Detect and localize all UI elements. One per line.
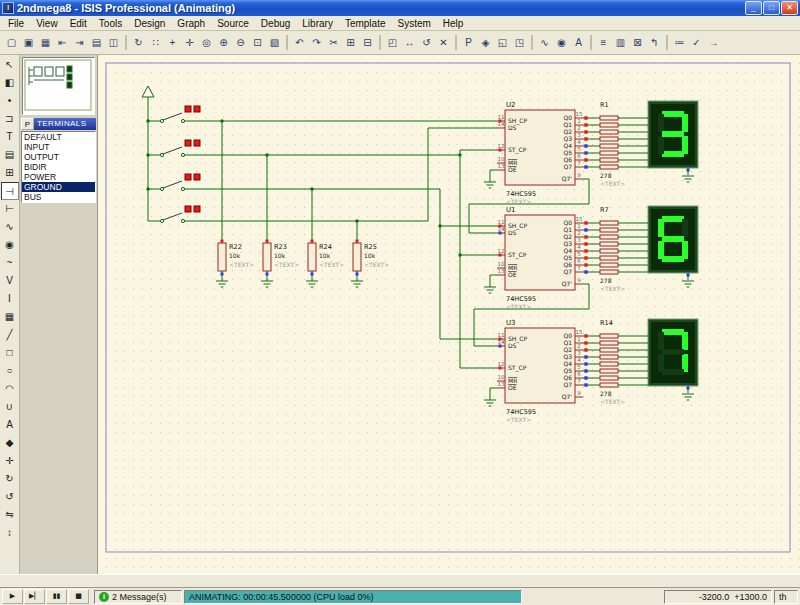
menu-item[interactable]: Graph (171, 18, 211, 29)
play-button[interactable]: ▶ (2, 589, 23, 604)
resistor-network-r14[interactable]: R14278<TEXT> (583, 319, 648, 405)
menu-item[interactable]: Tools (93, 18, 128, 29)
box-2d-icon[interactable]: □ (1, 344, 19, 362)
stop-button[interactable]: ■ (68, 589, 89, 604)
terminal-mode-icon[interactable]: ⊣ (1, 182, 19, 200)
wire-autorouter-icon[interactable]: ∿ (536, 34, 553, 51)
title-bar[interactable]: I 2ndmega8 - ISIS Professional (Animatin… (0, 0, 800, 16)
menu-item[interactable]: Design (128, 18, 171, 29)
graph-mode-icon[interactable]: ∿ (1, 218, 19, 236)
bill-of-materials-icon[interactable]: ≔ (671, 34, 688, 51)
interactive-switch-3[interactable] (160, 174, 200, 191)
resistor-r22[interactable]: R2210k<TEXT> (216, 121, 254, 287)
mirror-y-icon[interactable]: ↕ (1, 524, 19, 542)
wire-label-mode-icon[interactable]: ⊐ (1, 110, 19, 128)
resistor-r25[interactable]: R2510k<TEXT> (351, 221, 389, 287)
step-button[interactable]: ▶▏ (24, 589, 45, 604)
mark-output-area-icon[interactable]: ◫ (105, 34, 122, 51)
design-explorer-icon[interactable]: ≡ (595, 34, 612, 51)
rotate-cw-icon[interactable]: ↻ (1, 470, 19, 488)
new-sheet-icon[interactable]: ▥ (612, 34, 629, 51)
pick-button[interactable]: P (21, 118, 34, 130)
cut-icon[interactable]: ✂ (325, 34, 342, 51)
line-2d-icon[interactable]: ╱ (1, 326, 19, 344)
mirror-x-icon[interactable]: ⇋ (1, 506, 19, 524)
arc-2d-icon[interactable]: ◠ (1, 380, 19, 398)
grid-toggle-icon[interactable]: ∷ (147, 34, 164, 51)
selection-mode-icon[interactable]: ↖ (1, 56, 19, 74)
pause-button[interactable]: ▮▮ (46, 589, 67, 604)
open-folder-icon[interactable]: ▣ (20, 34, 37, 51)
zoom-area-icon[interactable]: ▧ (266, 34, 283, 51)
block-rotate-icon[interactable]: ↺ (418, 34, 435, 51)
origin-icon[interactable]: + (164, 34, 181, 51)
circle-2d-icon[interactable]: ○ (1, 362, 19, 380)
minimize-button[interactable]: _ (745, 1, 762, 15)
terminal-type-item[interactable]: BUS (22, 192, 95, 202)
menu-item[interactable]: Edit (64, 18, 93, 29)
message-box[interactable]: i 2 Message(s) (94, 590, 182, 604)
cursor-icon[interactable]: ✛ (181, 34, 198, 51)
terminal-type-item[interactable]: INPUT (22, 142, 95, 152)
junction-mode-icon[interactable]: • (1, 92, 19, 110)
terminal-type-item[interactable]: DEFAULT (22, 132, 95, 142)
zoom-in-icon[interactable]: ⊕ (215, 34, 232, 51)
zoom-out-icon[interactable]: ⊖ (232, 34, 249, 51)
print-icon[interactable]: ▤ (88, 34, 105, 51)
voltage-probe-mode-icon[interactable]: V (1, 272, 19, 290)
terminal-type-item[interactable]: GROUND (22, 182, 95, 192)
make-device-icon[interactable]: ◈ (477, 34, 494, 51)
block-delete-icon[interactable]: ✕ (435, 34, 452, 51)
decompose-icon[interactable]: ◳ (511, 34, 528, 51)
resistor-network-r1[interactable]: R1278<TEXT> (583, 101, 648, 187)
current-probe-mode-icon[interactable]: I (1, 290, 19, 308)
schematic-canvas[interactable]: R2210k<TEXT>R2310k<TEXT>R2410k<TEXT>R251… (98, 55, 800, 574)
seven-seg-display-1[interactable] (648, 101, 698, 182)
goto-sheet-icon[interactable]: ↰ (646, 34, 663, 51)
interactive-switch-4[interactable] (160, 206, 200, 223)
rotate-ccw-icon[interactable]: ↺ (1, 488, 19, 506)
menu-item[interactable]: Help (437, 18, 470, 29)
paste-icon[interactable]: ⊟ (359, 34, 376, 51)
copy-icon[interactable]: ⊞ (342, 34, 359, 51)
maximize-button[interactable]: □ (763, 1, 780, 15)
seven-seg-display-2[interactable] (648, 206, 698, 287)
redraw-icon[interactable]: ↻ (130, 34, 147, 51)
search-tag-icon[interactable]: ◉ (553, 34, 570, 51)
menu-item[interactable]: Library (296, 18, 339, 29)
zoom-all-icon[interactable]: ⊡ (249, 34, 266, 51)
new-file-icon[interactable]: ▢ (3, 34, 20, 51)
path-2d-icon[interactable]: ∪ (1, 398, 19, 416)
menu-item[interactable]: View (30, 18, 64, 29)
remove-sheet-icon[interactable]: ⊠ (629, 34, 646, 51)
terminal-type-item[interactable]: POWER (22, 172, 95, 182)
tape-recorder-mode-icon[interactable]: ◉ (1, 236, 19, 254)
instruments-mode-icon[interactable]: ▦ (1, 308, 19, 326)
interactive-switch-1[interactable] (160, 106, 200, 123)
ic-u1[interactable]: U174HC595<TEXT>SH_CP11DS14ST_CP12MR10OE1… (484, 206, 583, 310)
netlist-transfer-icon[interactable]: → (705, 34, 722, 51)
text-script-mode-icon[interactable]: T (1, 128, 19, 146)
marker-2d-icon[interactable]: ✛ (1, 452, 19, 470)
import-section-icon[interactable]: ⇤ (54, 34, 71, 51)
text-2d-icon[interactable]: A (1, 416, 19, 434)
menu-item[interactable]: File (2, 18, 30, 29)
terminal-type-item[interactable]: BIDIR (22, 162, 95, 172)
symbol-2d-icon[interactable]: ◆ (1, 434, 19, 452)
interactive-switch-2[interactable] (160, 140, 200, 157)
ic-u2[interactable]: U274HC595<TEXT>SH_CP11DS14ST_CP12MR10OE1… (484, 101, 583, 205)
menu-item[interactable]: System (391, 18, 436, 29)
pan-icon[interactable]: ◎ (198, 34, 215, 51)
schematic-editor[interactable]: R2210k<TEXT>R2310k<TEXT>R2410k<TEXT>R251… (98, 55, 800, 574)
bus-mode-icon[interactable]: ▤ (1, 146, 19, 164)
block-copy-icon[interactable]: ◰ (384, 34, 401, 51)
subcircuit-mode-icon[interactable]: ⊞ (1, 164, 19, 182)
device-pin-mode-icon[interactable]: ⊢ (1, 200, 19, 218)
block-move-icon[interactable]: ↔ (401, 34, 418, 51)
generator-mode-icon[interactable]: ~ (1, 254, 19, 272)
menu-item[interactable]: Template (339, 18, 392, 29)
power-terminal[interactable] (142, 86, 154, 97)
undo-icon[interactable]: ↶ (291, 34, 308, 51)
ic-u3[interactable]: U374HC595<TEXT>SH_CP11DS14ST_CP12MR10OE1… (484, 319, 583, 423)
erc-icon[interactable]: ✓ (688, 34, 705, 51)
